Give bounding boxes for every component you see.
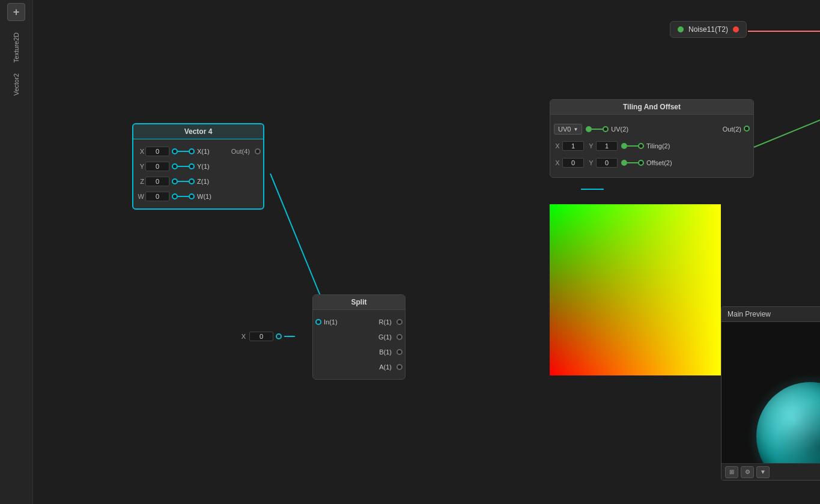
vector4-y-in-port — [172, 163, 178, 169]
split-header: Split — [313, 295, 405, 310]
vector4-z-in-port — [172, 178, 178, 184]
split-in-row: In(1) R(1) — [315, 315, 402, 329]
vector4-x-label: X(1) — [197, 148, 210, 155]
tiling-body: UV0 ▼ UV(2) Out(2) X Y — [550, 115, 753, 177]
preview-toolbar: ⊞ ⚙ ▼ — [721, 463, 820, 480]
preview-grid-button[interactable]: ⊞ — [725, 466, 738, 478]
split-x-input[interactable] — [249, 332, 273, 341]
split-a-port — [396, 364, 402, 370]
tiling-tiling-in-port — [638, 143, 644, 149]
vector4-z-input[interactable] — [145, 177, 169, 186]
vector4-x-in-port — [172, 148, 178, 154]
settings-icon: ⚙ — [745, 469, 750, 475]
grid-icon: ⊞ — [729, 469, 734, 475]
vector4-w-row: W W(1) — [136, 190, 261, 203]
offset-x-coord-label: X — [554, 159, 561, 166]
vector4-w-out-port — [189, 193, 195, 199]
sidebar-item-texture2d[interactable]: Texture2D — [11, 30, 21, 65]
split-b-label: B(1) — [379, 348, 392, 356]
tiling-offset-out-port — [621, 160, 627, 166]
tiling-offset-node: Tiling And Offset UV0 ▼ UV(2) Out(2) — [550, 99, 754, 178]
svg-rect-8 — [550, 204, 721, 375]
split-in-port — [315, 319, 321, 325]
split-b-port — [396, 349, 402, 355]
tiling-x-input[interactable] — [562, 141, 584, 151]
split-b-row: B(1) — [315, 345, 402, 359]
offset-y-coord-label: Y — [588, 159, 595, 166]
vector4-y-label: Y(1) — [197, 163, 210, 170]
vector4-out-port — [255, 148, 261, 154]
vector4-x-row: X X(1) Out(4) — [136, 145, 261, 158]
noise-node: Noise11(T2) — [670, 21, 747, 38]
tiling-y-input[interactable] — [596, 141, 618, 151]
vector4-out-label: Out(4) — [231, 148, 250, 155]
noise-label[interactable]: Noise11(T2) — [688, 25, 728, 34]
tiling-x-coord-label: X — [554, 142, 561, 150]
noise-port-right — [733, 26, 739, 32]
tiling-y-coord-label: Y — [588, 142, 595, 150]
vector4-x-input[interactable] — [145, 147, 169, 156]
split-g-label: G(1) — [378, 333, 392, 341]
vector4-w-in-port — [172, 193, 178, 199]
split-r-label: R(1) — [379, 318, 392, 326]
chevron-down-icon: ▼ — [760, 469, 766, 475]
split-a-label: A(1) — [379, 363, 392, 371]
split-a-row: A(1) — [315, 360, 402, 374]
split-x-label: X — [237, 333, 246, 340]
tiling-header: Tiling And Offset — [550, 100, 753, 115]
vector4-x-out-port — [189, 148, 195, 154]
y-label: Y — [136, 163, 144, 170]
split-input-area: X — [237, 332, 295, 341]
uv-in-port — [603, 126, 609, 132]
uv-port-label: UV(2) — [611, 126, 628, 133]
w-label: W — [136, 193, 144, 200]
split-x-port — [276, 333, 282, 339]
vector4-w-input[interactable] — [145, 192, 169, 201]
tiling-xy-group: X Y — [554, 141, 618, 151]
split-in-label: In(1) — [324, 318, 338, 326]
tiling-tiling-out-port — [621, 143, 627, 149]
noise-port-left — [678, 26, 684, 32]
split-g-port — [396, 334, 402, 340]
vector4-y-input[interactable] — [145, 162, 169, 171]
vector4-node: Vector 4 X X(1) Out(4) Y Y(1) — [132, 123, 264, 210]
vector4-z-label: Z(1) — [197, 178, 209, 185]
split-node: Split In(1) R(1) G(1) B(1) — [312, 294, 405, 380]
add-button[interactable]: + — [7, 3, 25, 21]
main-preview-body — [721, 322, 820, 478]
vector4-y-out-port — [189, 163, 195, 169]
sidebar-item-vector2[interactable]: Vector2 — [11, 71, 21, 98]
tiling-offset-row: X Y Offset(2) — [554, 156, 750, 170]
tiling-tiling-row: X Y Tiling(2) — [554, 139, 750, 153]
split-body: In(1) R(1) G(1) B(1) A(1) — [313, 310, 405, 379]
main-preview-header: Main Preview — [721, 307, 820, 322]
dropdown-arrow-icon: ▼ — [573, 127, 578, 132]
gradient-svg — [550, 204, 721, 375]
offset-y-input[interactable] — [596, 158, 618, 168]
offset-xy-group: X Y — [554, 158, 618, 168]
svg-line-1 — [754, 120, 820, 147]
tiling-offset-label: Offset(2) — [646, 159, 672, 166]
x-label: X — [136, 148, 144, 155]
preview-settings-button[interactable]: ⚙ — [741, 466, 754, 478]
split-r-port — [396, 319, 402, 325]
vector4-y-row: Y Y(1) — [136, 160, 261, 173]
uv-out-port — [586, 126, 592, 132]
canvas: Noise11(T2) Vector 4 X X(1) Out(4) Y — [33, 0, 820, 504]
tiling-tiling-label: Tiling(2) — [646, 142, 670, 150]
preview-dropdown-button[interactable]: ▼ — [756, 466, 770, 478]
offset-x-input[interactable] — [562, 158, 584, 168]
tiling-out-label: Out(2) — [723, 126, 741, 133]
uv-dropdown[interactable]: UV0 ▼ — [554, 124, 582, 135]
tiling-offset-in-port — [638, 160, 644, 166]
vector4-w-label: W(1) — [197, 193, 211, 200]
tiling-uv-row: UV0 ▼ UV(2) Out(2) — [554, 122, 750, 136]
vector4-body: X X(1) Out(4) Y Y(1) Z — [133, 139, 263, 208]
tiling-out-port — [744, 126, 750, 132]
z-label: Z — [136, 178, 144, 185]
main-preview-panel: Main Preview ⊞ ⚙ ▼ — [721, 306, 820, 481]
vector4-z-out-port — [189, 178, 195, 184]
vector4-z-row: Z Z(1) — [136, 175, 261, 188]
vector4-header: Vector 4 — [133, 124, 263, 139]
color-gradient-preview — [550, 204, 721, 375]
